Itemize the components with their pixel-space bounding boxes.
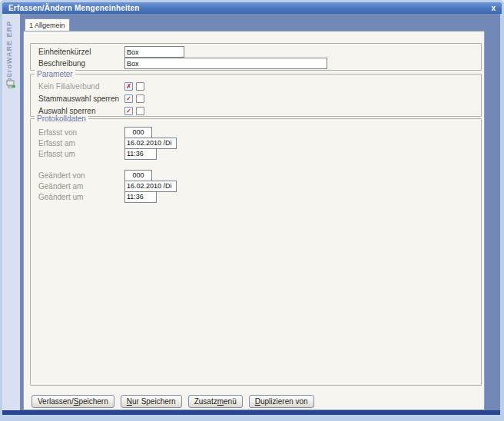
kein-filialverbund-checkbox[interactable] (136, 82, 144, 91)
protokolldaten-group-legend: Protokolldaten (35, 114, 88, 123)
button-label-part: ur Speichern (132, 397, 176, 406)
einheitenkuerzel-input[interactable] (124, 46, 184, 58)
auswahl-sperren-checkbox[interactable] (136, 107, 144, 115)
parameter-group: Parameter Kein Filialverbund ✗ Stammausw… (30, 74, 482, 117)
erfasst-von-input[interactable] (124, 127, 152, 138)
protokoll-row: Erfasst von (31, 127, 481, 138)
button-mnemonic: N (127, 397, 132, 406)
beschreibung-input[interactable] (124, 58, 327, 69)
button-label-part: uplizieren von (260, 397, 308, 406)
button-label-part: peichern (78, 397, 108, 406)
protokoll-row: Geändert um (31, 191, 481, 202)
protokoll-row: Erfasst am (31, 138, 481, 148)
geaendert-um-label: Geändert um (31, 193, 124, 201)
erfasst-von-label: Erfasst von (31, 128, 124, 137)
button-mnemonic: m (217, 397, 224, 406)
zusatzmenue-button[interactable]: Zusatzmenü (188, 395, 243, 408)
nur-speichern-button[interactable]: Nur Speichern (121, 395, 182, 408)
kein-filialverbund-label: Kein Filialverbund (31, 82, 124, 91)
button-bar: Verlassen/Speichern Nur Speichern Zusatz… (32, 395, 314, 408)
erfasst-um-input[interactable] (124, 148, 157, 160)
red-check-flag-icon: ✓ (124, 94, 133, 103)
erfasst-um-label: Erfasst um (31, 150, 124, 158)
duplizieren-von-button[interactable]: Duplizieren von (249, 395, 314, 408)
stammauswahl-sperren-checkbox[interactable] (136, 94, 144, 103)
erfasst-am-input[interactable] (124, 138, 177, 149)
geaendert-am-input[interactable] (124, 181, 177, 192)
parameter-row: Stammauswahl sperren ✓ (31, 92, 481, 104)
sidebar: büroWARE ERP (2, 14, 20, 410)
tab-allgemein[interactable]: 1 Allgemein (25, 18, 70, 31)
workstation-icon[interactable] (6, 78, 15, 88)
brand-vertical-label: büroWARE ERP (5, 21, 13, 82)
red-check-flag-icon: ✓ (124, 107, 133, 115)
beschreibung-label: Beschreibung (31, 59, 124, 68)
geaendert-von-input[interactable] (124, 170, 152, 181)
geaendert-am-label: Geändert am (31, 182, 124, 191)
parameter-row: Auswahl sperren ✓ (31, 104, 481, 117)
button-label-part: Zusatz (194, 397, 217, 406)
parameter-group-legend: Parameter (35, 70, 75, 78)
einheitenkuerzel-label: Einheitenkürzel (31, 48, 124, 56)
geaendert-um-input[interactable] (124, 191, 157, 203)
form-panel: Einheitenkürzel Beschreibung Parameter K… (23, 31, 485, 410)
button-mnemonic: D (255, 397, 260, 406)
bottom-strip (2, 410, 500, 415)
button-label-part: Verlassen/ (38, 397, 74, 406)
red-x-flag-icon: ✗ (124, 82, 133, 91)
window-title: Erfassen/Ändern Mengeneinheiten (8, 4, 140, 12)
parameter-row: Kein Filialverbund ✗ (31, 80, 481, 92)
stammauswahl-sperren-label: Stammauswahl sperren (31, 94, 124, 103)
field-row: Beschreibung (31, 58, 481, 69)
application-window: Erfassen/Ändern Mengeneinheiten x büroWA… (0, 0, 504, 421)
auswahl-sperren-label: Auswahl sperren (31, 107, 124, 115)
verlassen-speichern-button[interactable]: Verlassen/Speichern (32, 395, 114, 408)
button-label-part: enü (224, 397, 237, 406)
protokolldaten-group: Protokolldaten Erfasst von Erfasst am Er… (30, 118, 482, 386)
erfasst-am-label: Erfasst am (31, 139, 124, 148)
protokoll-row: Erfasst um (31, 148, 481, 159)
window-body: büroWARE ERP 1 Allgemein Einheitenkürzel (2, 14, 500, 415)
general-fieldgroup: Einheitenkürzel Beschreibung (30, 43, 482, 71)
protokoll-row: Geändert von (31, 170, 481, 181)
tab-allgemein-label: 1 Allgemein (29, 22, 65, 29)
protokoll-row: Geändert am (31, 181, 481, 191)
geaendert-von-label: Geändert von (31, 171, 124, 180)
field-row: Einheitenkürzel (31, 46, 481, 58)
title-bar: Erfassen/Ändern Mengeneinheiten x (2, 2, 502, 14)
button-mnemonic: S (74, 397, 79, 406)
close-icon[interactable]: x (491, 2, 496, 14)
